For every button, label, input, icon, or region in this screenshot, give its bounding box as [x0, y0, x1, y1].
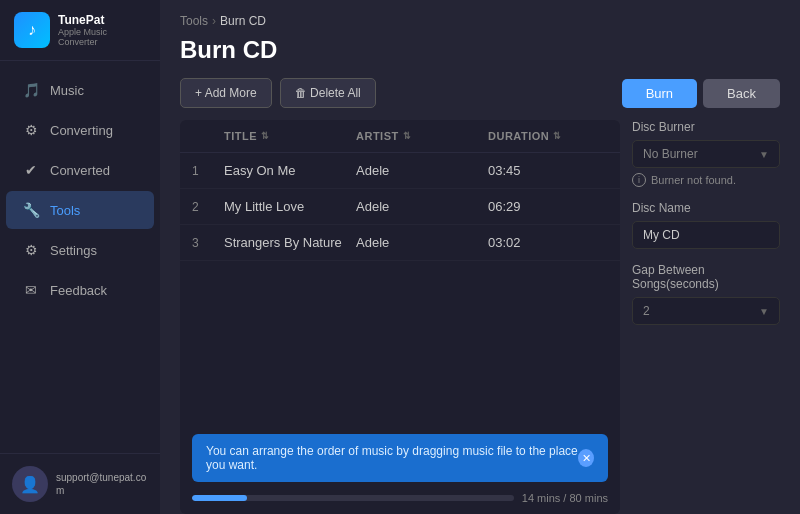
sort-artist-icon[interactable]: ⇅ — [403, 131, 412, 141]
sidebar-item-settings[interactable]: ⚙Settings — [6, 231, 154, 269]
track-table-header: TITLE ⇅ ARTIST ⇅ DURATION ⇅ — [180, 120, 620, 153]
track-duration: 03:45 — [488, 163, 608, 178]
settings-icon: ⚙ — [22, 241, 40, 259]
add-more-button[interactable]: + Add More — [180, 78, 272, 108]
gap-label: Gap Between Songs(seconds) — [632, 263, 780, 291]
disc-burner-label: Disc Burner — [632, 120, 780, 134]
track-duration: 03:02 — [488, 235, 608, 250]
app-logo: ♪ TunePat Apple Music Converter — [0, 0, 160, 61]
delete-all-button[interactable]: 🗑 Delete All — [280, 78, 376, 108]
sidebar-item-label-settings: Settings — [50, 243, 97, 258]
toolbar: + Add More 🗑 Delete All Burn Back — [160, 78, 800, 120]
sidebar-item-label-converting: Converting — [50, 123, 113, 138]
track-number: 1 — [192, 164, 224, 178]
main-content: Tools › Burn CD Burn CD + Add More 🗑 Del… — [160, 0, 800, 514]
sidebar-item-converted[interactable]: ✔Converted — [6, 151, 154, 189]
tools-icon: 🔧 — [22, 201, 40, 219]
app-subtitle: Apple Music Converter — [58, 27, 146, 47]
col-header-duration: DURATION ⇅ — [488, 130, 608, 142]
sidebar-item-converting[interactable]: ⚙Converting — [6, 111, 154, 149]
sidebar-item-music[interactable]: 🎵Music — [6, 71, 154, 109]
track-title: Strangers By Nature — [224, 235, 356, 250]
sidebar-footer: 👤 support@tunepat.com — [0, 453, 160, 514]
disc-burner-value: No Burner — [643, 147, 698, 161]
table-row[interactable]: 3 Strangers By Nature Adele 03:02 — [180, 225, 620, 261]
back-button[interactable]: Back — [703, 79, 780, 108]
app-logo-icon: ♪ — [14, 12, 50, 48]
sidebar: ♪ TunePat Apple Music Converter 🎵Music⚙C… — [0, 0, 160, 514]
info-banner: You can arrange the order of music by dr… — [192, 434, 608, 482]
track-duration: 06:29 — [488, 199, 608, 214]
track-artist: Adele — [356, 199, 488, 214]
track-title: My Little Love — [224, 199, 356, 214]
breadcrumb-current: Burn CD — [220, 14, 266, 28]
sidebar-nav: 🎵Music⚙Converting✔Converted🔧Tools⚙Settin… — [0, 61, 160, 453]
music-icon: 🎵 — [22, 81, 40, 99]
table-row[interactable]: 2 My Little Love Adele 06:29 — [180, 189, 620, 225]
app-title: TunePat — [58, 13, 146, 27]
progress-bar-container: 14 mins / 80 mins — [192, 486, 608, 508]
track-number: 3 — [192, 236, 224, 250]
sidebar-item-feedback[interactable]: ✉Feedback — [6, 271, 154, 309]
avatar: 👤 — [12, 466, 48, 502]
converting-icon: ⚙ — [22, 121, 40, 139]
content-area: TITLE ⇅ ARTIST ⇅ DURATION ⇅ 1 Easy On Me… — [160, 120, 800, 514]
disc-burner-section: Disc Burner No Burner ▼ i Burner not fou… — [632, 120, 780, 187]
info-banner-text: You can arrange the order of music by dr… — [206, 444, 578, 472]
progress-text: 14 mins / 80 mins — [522, 492, 608, 504]
disc-name-section: Disc Name — [632, 201, 780, 249]
breadcrumb: Tools › Burn CD — [160, 0, 800, 32]
sort-title-icon[interactable]: ⇅ — [261, 131, 270, 141]
sidebar-item-label-converted: Converted — [50, 163, 110, 178]
track-title: Easy On Me — [224, 163, 356, 178]
gap-section: Gap Between Songs(seconds) 2 ▼ — [632, 263, 780, 325]
disc-name-input[interactable] — [632, 221, 780, 249]
sidebar-item-label-feedback: Feedback — [50, 283, 107, 298]
burner-warning: i Burner not found. — [632, 173, 780, 187]
col-header-title: TITLE ⇅ — [224, 130, 356, 142]
chevron-down-icon: ▼ — [759, 149, 769, 160]
app-logo-text: TunePat Apple Music Converter — [58, 13, 146, 47]
progress-bar-bg — [192, 495, 514, 501]
col-header-artist: ARTIST ⇅ — [356, 130, 488, 142]
right-panel: Disc Burner No Burner ▼ i Burner not fou… — [632, 120, 780, 514]
banner-close-button[interactable]: ✕ — [578, 449, 594, 467]
progress-bar-fill — [192, 495, 247, 501]
sidebar-item-tools[interactable]: 🔧Tools — [6, 191, 154, 229]
banner-area: You can arrange the order of music by dr… — [180, 420, 620, 514]
table-row[interactable]: 1 Easy On Me Adele 03:45 — [180, 153, 620, 189]
sidebar-item-label-music: Music — [50, 83, 84, 98]
breadcrumb-separator: › — [212, 14, 216, 28]
feedback-icon: ✉ — [22, 281, 40, 299]
gap-value: 2 — [643, 304, 650, 318]
track-number: 2 — [192, 200, 224, 214]
sort-duration-icon[interactable]: ⇅ — [553, 131, 562, 141]
track-artist: Adele — [356, 235, 488, 250]
disc-name-label: Disc Name — [632, 201, 780, 215]
toolbar-right: Burn Back — [622, 79, 780, 108]
breadcrumb-parent: Tools — [180, 14, 208, 28]
burn-button[interactable]: Burn — [622, 79, 697, 108]
sidebar-item-label-tools: Tools — [50, 203, 80, 218]
footer-email: support@tunepat.com — [56, 471, 148, 497]
gap-select[interactable]: 2 ▼ — [632, 297, 780, 325]
track-artist: Adele — [356, 163, 488, 178]
track-rows: 1 Easy On Me Adele 03:45 2 My Little Lov… — [180, 153, 620, 420]
chevron-down-icon-2: ▼ — [759, 306, 769, 317]
page-title: Burn CD — [160, 32, 800, 78]
warning-icon: i — [632, 173, 646, 187]
converted-icon: ✔ — [22, 161, 40, 179]
track-list-panel: TITLE ⇅ ARTIST ⇅ DURATION ⇅ 1 Easy On Me… — [180, 120, 620, 514]
disc-burner-select[interactable]: No Burner ▼ — [632, 140, 780, 168]
burner-warning-text: Burner not found. — [651, 174, 736, 186]
